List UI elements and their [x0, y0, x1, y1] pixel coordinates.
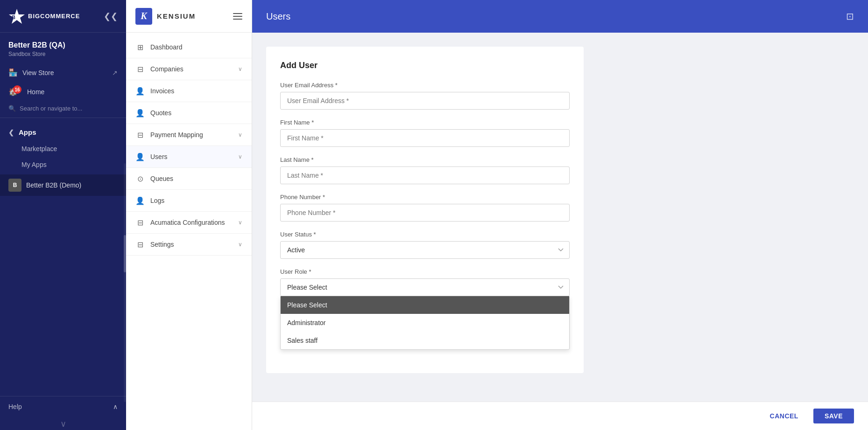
email-form-group: User Email Address * — [280, 82, 570, 110]
acumatica-chevron-icon: ∨ — [238, 219, 242, 226]
phone-form-group: Phone Number * — [280, 194, 570, 222]
role-dropdown-option-administrator[interactable]: Administrator — [281, 314, 569, 332]
kensium-sidebar: K KENSIUM ⊞ Dashboard ⊟ Companies ∨ — [126, 0, 252, 430]
settings-icon: ⊟ — [135, 240, 145, 249]
hamburger-line-3 — [233, 19, 242, 20]
bc-app-name: Better B2B (Demo) — [26, 181, 81, 189]
bc-apps-header[interactable]: ❮ Apps — [0, 124, 126, 141]
first-name-input[interactable] — [280, 129, 570, 147]
kensium-k-icon: K — [135, 8, 152, 25]
bc-divider-1 — [0, 118, 126, 118]
search-icon: 🔍 — [8, 105, 16, 112]
cancel-button[interactable]: CANCEL — [761, 409, 808, 423]
bc-apps-section: ❮ Apps Marketplace My Apps B Better B2B … — [0, 120, 126, 200]
kensium-nav-invoices[interactable]: 👤 Invoices — [126, 80, 252, 102]
kensium-nav-acumatica[interactable]: ⊟ Acumatica Configurations ∨ — [126, 212, 252, 234]
store-icon: 🏪 — [8, 68, 18, 77]
kensium-header: K KENSIUM — [126, 0, 252, 33]
apps-chevron-icon: ❮ — [8, 129, 14, 136]
external-link-icon: ↗ — [112, 69, 118, 76]
kensium-nav-quotes[interactable]: 👤 Quotes — [126, 102, 252, 124]
bc-logo: B BIGCOMMERCE — [8, 8, 80, 25]
companies-icon: ⊟ — [135, 64, 145, 74]
payment-mapping-icon: ⊟ — [135, 130, 145, 139]
first-name-form-group: First Name * — [280, 119, 570, 147]
help-chevron-icon: ∧ — [113, 403, 118, 410]
status-select[interactable]: Active Inactive — [280, 241, 570, 259]
first-name-label: First Name * — [280, 119, 570, 126]
kensium-nav-dashboard[interactable]: ⊞ Dashboard — [126, 36, 252, 58]
bc-my-apps-item[interactable]: My Apps — [0, 157, 126, 173]
add-user-form-card: Add User User Email Address * First Name… — [266, 47, 584, 373]
logs-icon: 👤 — [135, 196, 145, 205]
kensium-nav-settings[interactable]: ⊟ Settings ∨ — [126, 234, 252, 256]
email-input[interactable] — [280, 92, 570, 110]
role-select[interactable]: Please Select Administrator Sales staff — [280, 278, 570, 296]
kensium-nav-logs[interactable]: 👤 Logs — [126, 190, 252, 212]
bc-store-sub: Sandbox Store — [8, 51, 118, 57]
role-label: User Role * — [280, 268, 570, 275]
kensium-name: KENSIUM — [157, 12, 196, 20]
last-name-input[interactable] — [280, 166, 570, 184]
phone-label: Phone Number * — [280, 194, 570, 201]
phone-input[interactable] — [280, 204, 570, 222]
form-title: Add User — [280, 61, 570, 70]
acumatica-icon: ⊟ — [135, 218, 145, 227]
bc-store-name: Better B2B (QA) — [8, 41, 118, 49]
role-dropdown-list: Please Select Administrator Sales staff — [280, 296, 570, 350]
kensium-logo: K KENSIUM — [135, 8, 196, 25]
bc-view-store-nav[interactable]: 🏪 View Store ↗ — [0, 63, 126, 82]
users-chevron-icon: ∨ — [238, 153, 242, 160]
save-button[interactable]: SAVE — [813, 409, 854, 423]
payment-chevron-icon: ∨ — [238, 132, 242, 138]
main-footer: CANCEL SAVE — [252, 402, 868, 430]
last-name-label: Last Name * — [280, 156, 570, 163]
home-badge: 16 — [13, 85, 21, 94]
status-label: User Status * — [280, 231, 570, 238]
bc-search[interactable]: 🔍 Search or navigate to... — [0, 101, 126, 116]
main-body: Add User User Email Address * First Name… — [252, 33, 868, 402]
quotes-icon: 👤 — [135, 108, 145, 118]
bc-app-icon: B — [8, 179, 21, 192]
bc-marketplace-item[interactable]: Marketplace — [0, 141, 126, 157]
main-header: Users ⊡ — [252, 0, 868, 33]
bc-logo-text: BIGCOMMERCE — [28, 13, 80, 20]
bc-home-nav[interactable]: 🏠 16 Home — [0, 82, 126, 101]
scroll-track — [124, 163, 126, 402]
main-content: Users ⊡ Add User User Email Address * Fi… — [252, 0, 868, 430]
role-dropdown-option-sales-staff[interactable]: Sales staff — [281, 332, 569, 349]
status-form-group: User Status * Active Inactive — [280, 231, 570, 259]
role-form-group: User Role * Please Select Administrator … — [280, 268, 570, 350]
kensium-nav-payment-mapping[interactable]: ⊟ Payment Mapping ∨ — [126, 124, 252, 146]
kensium-nav: ⊞ Dashboard ⊟ Companies ∨ 👤 Invoices 👤 Q… — [126, 33, 252, 430]
email-label: User Email Address * — [280, 82, 570, 89]
settings-chevron-icon: ∨ — [238, 241, 242, 248]
bc-app-item-b2b[interactable]: B Better B2B (Demo) — [0, 174, 126, 196]
invoices-icon: 👤 — [135, 86, 145, 96]
page-title: Users — [266, 11, 290, 22]
role-dropdown-option-please-select[interactable]: Please Select — [281, 296, 569, 314]
queues-icon: ⊙ — [135, 174, 145, 183]
kensium-nav-users[interactable]: 👤 Users ∨ — [126, 146, 252, 168]
bc-sidebar: B BIGCOMMERCE ❮❮ Better B2B (QA) Sandbox… — [0, 0, 126, 430]
bc-help[interactable]: Help ∧ — [0, 396, 126, 417]
bc-store-info: Better B2B (QA) Sandbox Store — [0, 33, 126, 63]
svg-text:B: B — [12, 14, 15, 20]
scroll-thumb — [124, 235, 126, 272]
bc-sidebar-header: B BIGCOMMERCE ❮❮ — [0, 0, 126, 33]
scroll-down-indicator: ∨ — [0, 417, 126, 430]
hamburger-line-1 — [233, 13, 242, 14]
hamburger-button[interactable] — [233, 13, 242, 20]
dashboard-icon: ⊞ — [135, 42, 145, 52]
kensium-nav-companies[interactable]: ⊟ Companies ∨ — [126, 58, 252, 80]
bc-collapse-button[interactable]: ❮❮ — [104, 11, 118, 21]
companies-chevron-icon: ∨ — [238, 66, 242, 72]
last-name-form-group: Last Name * — [280, 156, 570, 184]
kensium-nav-queues[interactable]: ⊙ Queues — [126, 168, 252, 190]
users-icon: 👤 — [135, 152, 145, 161]
hamburger-line-2 — [233, 16, 242, 17]
sign-out-icon[interactable]: ⊡ — [846, 11, 854, 22]
bc-logo-icon: B — [8, 8, 25, 25]
